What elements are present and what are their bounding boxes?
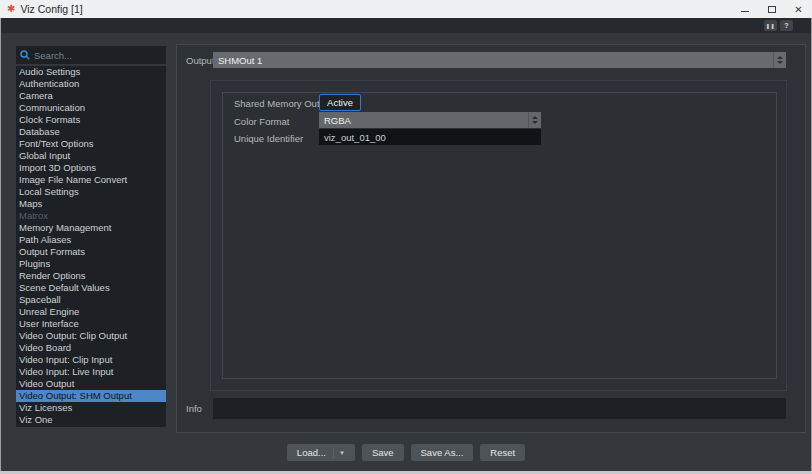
sidebar-item[interactable]: User Interface xyxy=(16,318,166,330)
viz-config-window: ✱ Viz Config [1] ✕ ❚❚ ? Audio SettingsAu… xyxy=(0,0,812,474)
sidebar-item[interactable]: Memory Management xyxy=(16,222,166,234)
sidebar-item[interactable]: Communication xyxy=(16,102,166,114)
info-field xyxy=(213,398,786,419)
shared-memory-output-label: Shared Memory Output xyxy=(234,98,333,109)
sidebar-item[interactable]: Maps xyxy=(16,198,166,210)
search-input[interactable] xyxy=(34,50,144,61)
sidebar-item[interactable]: Output Formats xyxy=(16,246,166,258)
spinner-icon[interactable] xyxy=(773,52,786,68)
color-format-value: RGBA xyxy=(319,115,528,126)
output-select-value: SHMOut 1 xyxy=(213,55,773,66)
color-format-select[interactable]: RGBA xyxy=(319,112,541,128)
sidebar-item[interactable]: Matrox xyxy=(16,210,166,222)
sidebar-item[interactable]: Unreal Engine xyxy=(16,306,166,318)
output-select[interactable]: SHMOut 1 xyxy=(213,52,786,68)
sidebar-item[interactable]: Clock Formats xyxy=(16,114,166,126)
sidebar-item[interactable]: Video Input: Clip Input xyxy=(16,354,166,366)
unique-identifier-input[interactable] xyxy=(319,129,541,145)
sidebar-item[interactable]: Audio Settings xyxy=(16,66,166,78)
toolbar: ❚❚ ? xyxy=(1,18,811,33)
sidebar-item[interactable]: Database xyxy=(16,126,166,138)
help-button[interactable]: ? xyxy=(780,20,793,31)
sidebar-item[interactable]: Video Output xyxy=(16,378,166,390)
app-logo-icon: ✱ xyxy=(7,4,15,14)
sidebar-item[interactable]: Render Options xyxy=(16,270,166,282)
window-title: Viz Config [1] xyxy=(20,3,82,15)
search-box[interactable] xyxy=(16,46,166,64)
chevron-down-icon: ▼ xyxy=(333,448,345,458)
sidebar-item[interactable]: Video Board xyxy=(16,342,166,354)
sidebar-item[interactable]: Local Settings xyxy=(16,186,166,198)
sidebar-item[interactable]: Viz One xyxy=(16,414,166,426)
sidebar-item[interactable]: Scene Default Values xyxy=(16,282,166,294)
close-icon: ✕ xyxy=(794,4,802,15)
load-button-label: Load... xyxy=(297,447,326,458)
search-icon xyxy=(20,50,30,60)
sidebar-list: Audio SettingsAuthenticationCameraCommun… xyxy=(16,66,166,427)
output-form: Shared Memory Output Active Color Format… xyxy=(222,92,777,379)
load-button[interactable]: Load... ▼ xyxy=(287,444,355,461)
sidebar-item[interactable]: Font/Text Options xyxy=(16,138,166,150)
sidebar: Audio SettingsAuthenticationCameraCommun… xyxy=(16,46,166,427)
sidebar-item[interactable]: Import 3D Options xyxy=(16,162,166,174)
maximize-icon xyxy=(768,6,776,13)
footer-button-bar: Load... ▼ Save Save As... Reset xyxy=(0,444,812,461)
sidebar-item[interactable]: Path Aliases xyxy=(16,234,166,246)
sidebar-item[interactable]: Viz Licenses xyxy=(16,402,166,414)
active-toggle-button[interactable]: Active xyxy=(319,94,361,111)
sidebar-item[interactable]: Plugins xyxy=(16,258,166,270)
sidebar-item[interactable]: Video Output: Clip Output xyxy=(16,330,166,342)
title-bar: ✱ Viz Config [1] ✕ xyxy=(0,0,812,18)
save-button[interactable]: Save xyxy=(362,444,404,461)
reset-button[interactable]: Reset xyxy=(480,444,525,461)
output-label: Output xyxy=(186,55,215,66)
sidebar-item[interactable]: Video Input: Live Input xyxy=(16,366,166,378)
minimize-button[interactable] xyxy=(731,0,758,18)
sidebar-item[interactable]: Image File Name Convert xyxy=(16,174,166,186)
help-icon: ? xyxy=(784,21,789,30)
panels-button[interactable]: ❚❚ xyxy=(764,20,777,31)
save-as-button[interactable]: Save As... xyxy=(411,444,474,461)
settings-panel: Output SHMOut 1 Shared Memory Output Act… xyxy=(176,44,806,433)
sidebar-item[interactable]: Video Output: SHM Output xyxy=(16,390,166,402)
sidebar-item[interactable]: Camera xyxy=(16,90,166,102)
window-controls: ✕ xyxy=(731,0,812,18)
sidebar-item[interactable]: Spaceball xyxy=(16,294,166,306)
output-groupbox: Shared Memory Output Active Color Format… xyxy=(210,80,787,391)
spinner-icon[interactable] xyxy=(528,112,541,128)
maximize-button[interactable] xyxy=(758,0,785,18)
window-frame-left xyxy=(0,18,1,474)
unique-identifier-label: Unique Identifier xyxy=(234,133,303,144)
close-button[interactable]: ✕ xyxy=(785,0,812,18)
color-format-label: Color Format xyxy=(234,116,289,127)
sidebar-item[interactable]: Global Input xyxy=(16,150,166,162)
minimize-icon xyxy=(741,11,749,12)
panels-icon: ❚❚ xyxy=(766,23,775,29)
info-label: Info xyxy=(186,403,202,414)
sidebar-item[interactable]: Authentication xyxy=(16,78,166,90)
